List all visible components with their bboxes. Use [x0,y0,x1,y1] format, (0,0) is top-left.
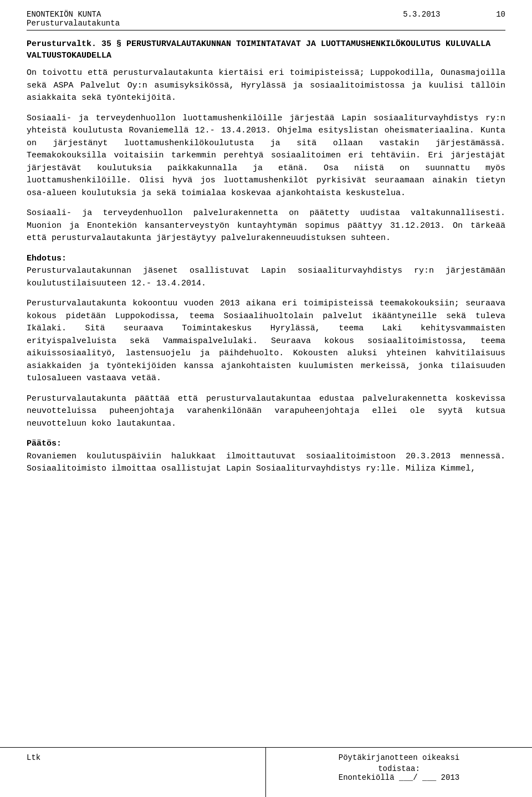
footer-right-title: Pöytäkirjanotteen oikeaksi [277,753,521,762]
ehdotus-block: Ehdotus: Perusturvalautakunnan jäsenet o… [27,253,505,290]
ehdotus-label: Ehdotus: [27,254,66,263]
paragraph-4: Perusturvalautakunta kokoontuu vuoden 20… [27,298,505,385]
paragraph-1: On toivottu että perusturvalautakunta ki… [27,67,505,105]
ehdotus-text: Perusturvalautakunnan jäsenet osallistuv… [27,266,505,288]
paragraph-2: Sosiaali- ja terveydenhuollon luottamush… [27,113,505,200]
footer-right-line1: todistaa: [277,764,521,773]
footer-right-line2: Enontekiöllä ___/ ___ 2013 [277,773,521,782]
header-page-number: 10 [496,10,505,19]
organization-name: ENONTEKIÖN KUNTA [27,10,120,19]
footer-left: Ltk [0,748,266,797]
paragraph-5: Perusturvalautakunta päättää että perust… [27,393,505,431]
page: ENONTEKIÖN KUNTA Perusturvalautakunta 5.… [0,0,532,797]
footer-right: Pöytäkirjanotteen oikeaksi todistaa: Eno… [266,748,532,797]
footer-left-label: Ltk [27,753,40,762]
paatos-text: Rovaniemen koulutuspäiviin halukkaat ilm… [27,452,505,474]
paragraph-3: Sosiaali- ja terveydenhuollon palvelurak… [27,207,505,245]
header-date-page: 5.3.2013 10 [403,10,505,19]
paatos-label: Päätös: [27,439,62,448]
paatos-block: Päätös: Rovaniemen koulutuspäiviin haluk… [27,438,505,476]
header-left: ENONTEKIÖN KUNTA Perusturvalautakunta [27,10,120,28]
committee-name: Perusturvalautakunta [27,19,120,28]
main-content: Perusturvaltk. 35 § PERUSTURVALAUTAKUNNA… [27,38,505,539]
header-date: 5.3.2013 [403,10,440,19]
page-footer: Ltk Pöytäkirjanotteen oikeaksi todistaa:… [0,747,532,797]
page-header: ENONTEKIÖN KUNTA Perusturvalautakunta 5.… [27,10,505,30]
section-title: Perusturvaltk. 35 § PERUSTURVALAUTAKUNNA… [27,38,505,62]
